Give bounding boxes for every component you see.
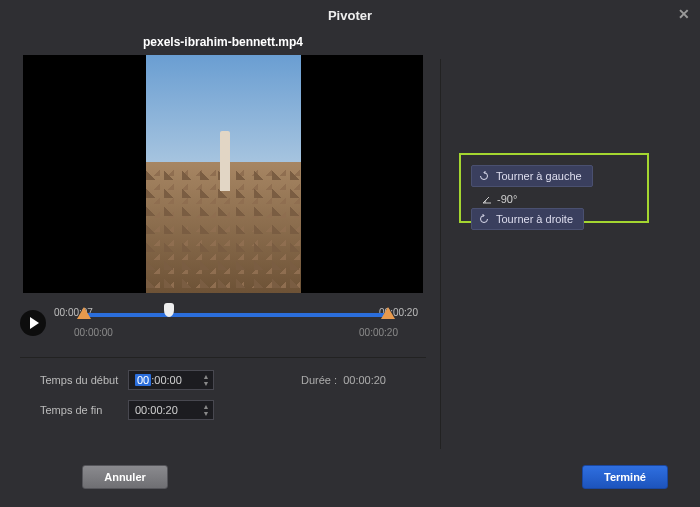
left-panel: pexels-ibrahim-bennett.mp4 00:00:07 00:0… (0, 29, 440, 459)
time-fields: Temps du début 00:00:00 ▲▼ Durée : 00:00… (20, 370, 426, 420)
play-icon (30, 317, 39, 329)
rotate-left-icon (478, 170, 490, 182)
cancel-button[interactable]: Annuler (82, 465, 168, 489)
start-time-label: Temps du début (40, 374, 128, 386)
range-end-time: 00:00:20 (359, 327, 398, 338)
trim-start-handle[interactable] (77, 307, 91, 319)
trim-end-handle[interactable] (381, 307, 395, 319)
right-panel: Tourner à gauche -90° Tourner à droite (441, 29, 700, 459)
timeline[interactable]: 00:00:07 00:00:20 00:00:00 00:00:20 (54, 303, 418, 343)
filename-label: pexels-ibrahim-bennett.mp4 (20, 35, 426, 49)
rotate-left-label: Tourner à gauche (496, 170, 582, 182)
end-time-label: Temps de fin (40, 404, 128, 416)
divider (20, 357, 426, 358)
close-icon[interactable]: ✕ (678, 6, 690, 22)
play-button[interactable] (20, 310, 46, 336)
video-thumbnail (146, 55, 301, 293)
start-time-input[interactable]: 00:00:00 ▲▼ (128, 370, 214, 390)
rotate-right-label: Tourner à droite (496, 213, 573, 225)
end-time-input[interactable]: 00:00:20 ▲▼ (128, 400, 214, 420)
chevron-up-icon: ▲ (201, 403, 211, 410)
end-time-value: 00:00:20 (135, 404, 178, 416)
angle-icon (481, 193, 493, 205)
end-time-row: Temps de fin 00:00:20 ▲▼ (40, 400, 406, 420)
playback-bar: 00:00:07 00:00:20 00:00:00 00:00:20 (20, 303, 426, 343)
chevron-down-icon: ▼ (201, 380, 211, 387)
footer: Annuler Terminé (0, 459, 700, 495)
start-time-hours: 00 (135, 374, 151, 386)
start-time-rest: :00:00 (151, 374, 182, 386)
rotate-right-button[interactable]: Tourner à droite (471, 208, 584, 230)
title-bar: Pivoter ✕ (0, 0, 700, 29)
range-start-time: 00:00:00 (74, 327, 113, 338)
rotate-controls-highlight: Tourner à gauche -90° Tourner à droite (459, 153, 649, 223)
rotation-angle: -90° (481, 193, 517, 205)
dialog-title: Pivoter (328, 8, 372, 23)
chevron-up-icon: ▲ (201, 373, 211, 380)
rotate-right-icon (478, 213, 490, 225)
rotate-left-button[interactable]: Tourner à gauche (471, 165, 593, 187)
start-time-spinner[interactable]: ▲▼ (201, 373, 211, 387)
chevron-down-icon: ▼ (201, 410, 211, 417)
duration-display: Durée : 00:00:20 (301, 374, 386, 386)
video-preview[interactable] (23, 55, 423, 293)
start-time-row: Temps du début 00:00:00 ▲▼ Durée : 00:00… (40, 370, 406, 390)
playhead-marker[interactable] (164, 303, 174, 317)
end-time-spinner[interactable]: ▲▼ (201, 403, 211, 417)
timeline-track[interactable] (84, 313, 388, 317)
content: pexels-ibrahim-bennett.mp4 00:00:07 00:0… (0, 29, 700, 459)
done-button[interactable]: Terminé (582, 465, 668, 489)
